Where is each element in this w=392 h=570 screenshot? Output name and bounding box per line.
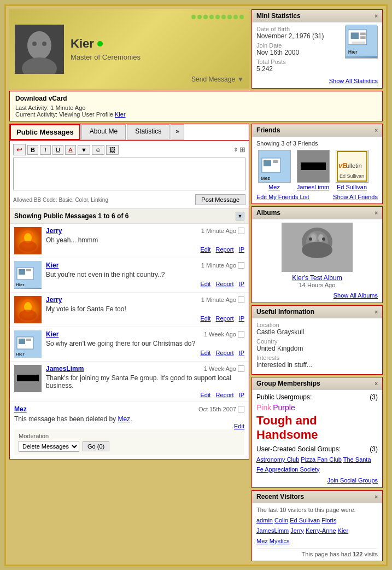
- message-input[interactable]: [13, 158, 245, 190]
- show-all-albums-link[interactable]: Show All Albums: [334, 292, 378, 299]
- report-message-link[interactable]: Report: [216, 350, 234, 356]
- country-label: Country: [256, 338, 378, 345]
- friend-avatar-mez: Mez: [258, 150, 291, 183]
- friends-close-icon[interactable]: ×: [375, 127, 378, 133]
- tab-public-messages[interactable]: Public Messages: [10, 124, 80, 140]
- visitor-edsullivan[interactable]: Ed Sullivan: [290, 517, 320, 524]
- svg-point-51: [309, 237, 312, 241]
- report-message-link[interactable]: Report: [216, 315, 234, 322]
- message-checkbox[interactable]: [238, 331, 244, 338]
- message-time: 1 Minute Ago: [201, 296, 236, 303]
- visitor-floris[interactable]: Floris: [321, 517, 336, 524]
- recent-visitors-close-icon[interactable]: ×: [375, 494, 378, 500]
- tab-statistics[interactable]: Statistics: [127, 124, 169, 140]
- message-checkbox[interactable]: [238, 406, 244, 412]
- visitor-kerryanne[interactable]: Kerry-Anne: [306, 527, 336, 534]
- group-tough-handsome: Tough and Handsome: [256, 414, 378, 442]
- visitor-mez[interactable]: Mez: [256, 538, 268, 544]
- send-message-area[interactable]: Send Message ▼: [191, 75, 244, 83]
- report-message-link[interactable]: Report: [216, 246, 234, 253]
- group-memberships-close-icon[interactable]: ×: [375, 381, 378, 387]
- image-button[interactable]: 🖼: [106, 145, 119, 155]
- visitor-jerry[interactable]: Jerry: [290, 527, 303, 534]
- ip-message-link[interactable]: IP: [239, 281, 244, 287]
- public-usergroups-row: Public Usergroups: (3): [256, 393, 378, 401]
- message-checkbox[interactable]: [238, 262, 244, 269]
- moderation-select[interactable]: Delete Messages: [19, 441, 79, 452]
- message-checkbox[interactable]: [238, 296, 244, 303]
- edit-message-link[interactable]: Edit: [200, 315, 210, 322]
- smiley-button[interactable]: ☺: [92, 145, 104, 155]
- message-user-mez[interactable]: Mez: [14, 405, 27, 413]
- visitor-colin[interactable]: Colin: [274, 517, 288, 524]
- color-arrow[interactable]: ▼: [78, 145, 90, 155]
- visitor-mystics[interactable]: Mystics: [270, 538, 290, 544]
- message-user-jerry-2[interactable]: Jerry: [46, 296, 62, 304]
- message-actions: Edit Report IP: [46, 246, 244, 253]
- bold-button[interactable]: B: [27, 145, 38, 155]
- tab-about-me[interactable]: About Me: [81, 124, 126, 140]
- expand-icon[interactable]: ⊞: [239, 146, 245, 154]
- messages-showing: Showing Public Messages 1 to 6 of 6: [14, 212, 128, 220]
- collapse-messages-button[interactable]: ▼: [236, 212, 244, 220]
- resize-icon[interactable]: ⇕: [233, 147, 238, 153]
- underline-button[interactable]: U: [52, 145, 63, 155]
- ip-message-link[interactable]: IP: [239, 315, 244, 322]
- edit-message-link[interactable]: Edit: [200, 392, 210, 398]
- join-social-groups-link[interactable]: Join Social Groups: [327, 477, 378, 484]
- message-checkbox[interactable]: [238, 228, 244, 234]
- friends-panel-header: Friends ×: [252, 124, 382, 137]
- friend-name-jameslimm[interactable]: JamesLimm: [297, 184, 329, 190]
- mini-stats-close-icon[interactable]: ×: [375, 13, 378, 19]
- show-all-stats-link[interactable]: Show All Statistics: [329, 78, 378, 84]
- edit-message-link[interactable]: Edit: [200, 281, 210, 287]
- album-time: 14 Hours Ago: [256, 282, 378, 288]
- ip-message-link[interactable]: IP: [239, 246, 244, 253]
- edit-deleted-link[interactable]: Edit: [234, 423, 244, 429]
- profile-name: Kier: [71, 37, 244, 51]
- message-user-kier-2[interactable]: Kier: [46, 330, 58, 338]
- ip-message-link[interactable]: IP: [239, 392, 244, 398]
- visitor-jameslimm[interactable]: JamesLimm: [256, 527, 289, 534]
- post-message-button[interactable]: Post Message: [195, 194, 245, 205]
- vcard-title[interactable]: Download vCard: [15, 95, 377, 102]
- edit-message-link[interactable]: Edit: [200, 350, 210, 356]
- color-button[interactable]: A: [65, 145, 76, 155]
- user-groups-list: Astronomy Club Pizza Fan Club The Santa …: [256, 455, 378, 474]
- friend-name-mez[interactable]: Mez: [268, 184, 280, 190]
- pizza-fan-club-link[interactable]: Pizza Fan Club: [301, 456, 342, 463]
- albums-close-icon[interactable]: ×: [375, 210, 378, 216]
- albums-panel: Albums ×: [251, 206, 383, 303]
- message-user-jerry-1[interactable]: Jerry: [46, 227, 62, 235]
- albums-panel-header: Albums ×: [252, 207, 382, 219]
- message-body: Kier 1 Week Ago So why aren't we going t…: [46, 330, 244, 358]
- report-message-link[interactable]: Report: [216, 281, 234, 287]
- message-time: 1 Minute Ago: [201, 262, 236, 269]
- tab-more[interactable]: »: [171, 124, 184, 140]
- useful-info-close-icon[interactable]: ×: [375, 309, 378, 315]
- message-editor: ↩ B I U A ▼ ☺ 🖼 ⇕ ⊞: [10, 141, 249, 209]
- message-checkbox[interactable]: [238, 365, 244, 372]
- edit-friends-link[interactable]: Edit My Friends List: [256, 194, 309, 200]
- ip-message-link[interactable]: IP: [239, 350, 244, 356]
- edit-message-link[interactable]: Edit: [200, 246, 210, 253]
- group-memberships-title: Group Memberships: [256, 380, 320, 387]
- show-all-friends-link[interactable]: Show All Friends: [333, 194, 378, 200]
- astronomy-club-link[interactable]: Astronomy Club: [256, 456, 299, 463]
- undo-button[interactable]: ↩: [13, 144, 26, 155]
- friend-name-edsullivan[interactable]: Ed Sullivan: [337, 184, 367, 190]
- report-message-link[interactable]: Report: [216, 392, 234, 398]
- current-activity-link[interactable]: Kier: [115, 111, 126, 118]
- moderation-go-button[interactable]: Go (0): [83, 441, 109, 451]
- svg-rect-18: [19, 269, 25, 275]
- mini-stats-title: Mini Statistics: [256, 12, 301, 20]
- message-user-jameslimm[interactable]: JamesLimm: [46, 365, 84, 373]
- send-message-arrow-icon: ▼: [237, 75, 244, 83]
- message-user-kier-1[interactable]: Kier: [46, 261, 58, 269]
- message-actions: Edit Report IP: [46, 281, 244, 287]
- deleted-by-link[interactable]: Mez: [118, 415, 130, 423]
- album-name-link[interactable]: Kier's Test Album: [256, 274, 378, 282]
- visitor-kier[interactable]: Kier: [338, 527, 349, 534]
- visitor-admin[interactable]: admin: [256, 517, 273, 524]
- italic-button[interactable]: I: [40, 145, 51, 155]
